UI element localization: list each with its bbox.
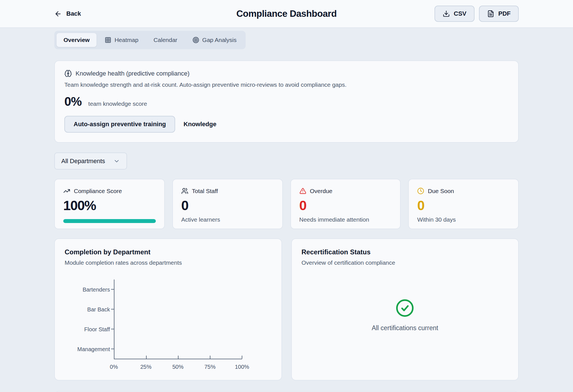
tab-gap-analysis[interactable]: Gap Analysis [185, 33, 244, 47]
top-bar: Back Compliance Dashboard CSV PDF [0, 0, 573, 28]
tab-overview-label: Overview [64, 37, 90, 43]
compliance-score-card: Compliance Score 100% [54, 179, 165, 229]
knowledge-card-description: Team knowledge strength and at-risk coun… [64, 81, 509, 88]
team-knowledge-score-value: 0% [64, 95, 82, 109]
pdf-label: PDF [498, 10, 511, 17]
stat-label: Total Staff [192, 188, 218, 194]
csv-label: CSV [454, 10, 466, 17]
stat-label: Compliance Score [74, 188, 122, 194]
pdf-export-button[interactable]: PDF [479, 6, 519, 22]
tab-calendar-label: Calendar [154, 37, 177, 43]
x-axis-tick-label: 100% [235, 364, 249, 370]
team-knowledge-score-label: team knowledge score [88, 100, 147, 107]
recert-status-text: All certifications current [372, 324, 438, 332]
y-axis-tick-label: Bar Back [87, 306, 110, 313]
recert-card-subtitle: Overview of certification compliance [302, 259, 509, 266]
back-button[interactable]: Back [54, 10, 81, 18]
total-staff-card: Total Staff 0 Active learners [172, 179, 283, 229]
tab-heatmap-label: Heatmap [114, 37, 138, 43]
compliance-progress-track [63, 219, 156, 223]
chart-x-axis-labels: 0%25%50%75%100% [114, 362, 242, 371]
completion-card-title: Completion by Department [65, 248, 272, 256]
y-axis-tick [111, 309, 114, 309]
tab-gap-analysis-label: Gap Analysis [202, 37, 237, 43]
check-circle-icon [395, 299, 414, 318]
back-label: Back [66, 10, 81, 17]
compliance-score-value: 100% [63, 199, 156, 212]
tab-overview[interactable]: Overview [57, 33, 97, 47]
knowledge-button[interactable]: Knowledge [184, 121, 216, 128]
target-icon [192, 37, 199, 43]
stats-row: Compliance Score 100% Total Staff 0 Acti… [54, 179, 519, 229]
y-axis-tick-label: Bartenders [83, 286, 110, 293]
page-title: Compliance Dashboard [236, 8, 337, 19]
recert-card-title: Recertification Status [302, 248, 509, 256]
department-filter-value: All Departments [61, 158, 105, 165]
view-tabs: Overview Heatmap Calendar Gap Analysis [54, 31, 246, 49]
brain-icon [64, 70, 72, 77]
completion-by-department-card: Completion by Department Module completi… [54, 238, 282, 381]
chart-y-axis-labels: BartendersBar BackFloor StaffManagement [65, 280, 110, 359]
csv-export-button[interactable]: CSV [435, 6, 475, 22]
tab-calendar[interactable]: Calendar [147, 33, 184, 47]
chevron-down-icon [113, 158, 120, 165]
y-axis-tick-label: Management [77, 346, 110, 353]
department-filter-select[interactable]: All Departments [54, 152, 127, 170]
due-soon-card: Due Soon 0 Within 30 days [408, 179, 519, 229]
x-axis-tick [178, 356, 179, 359]
stat-subtitle: Needs immediate attention [299, 216, 392, 223]
x-axis-tick-label: 75% [204, 364, 215, 370]
chart-plot-area [114, 280, 242, 359]
grid-icon [105, 37, 111, 43]
trending-up-icon [63, 187, 70, 194]
stat-label: Due Soon [428, 188, 454, 194]
stat-subtitle: Within 30 days [417, 216, 510, 223]
knowledge-card-title: Knowledge health (predictive compliance) [76, 70, 189, 77]
x-axis-tick-label: 50% [172, 364, 184, 370]
x-axis-tick [146, 356, 147, 359]
y-axis-tick [111, 349, 114, 349]
y-axis-tick [111, 329, 114, 329]
file-text-icon [487, 10, 494, 17]
recertification-status-card: Recertification Status Overview of certi… [291, 238, 519, 381]
y-axis-tick [111, 289, 114, 290]
tab-heatmap[interactable]: Heatmap [98, 33, 145, 47]
due-soon-value: 0 [417, 199, 510, 212]
completion-bar-chart: BartendersBar BackFloor StaffManagement … [65, 280, 272, 372]
x-axis-tick-label: 25% [140, 364, 151, 370]
y-axis-tick-label: Floor Staff [84, 326, 110, 333]
overdue-card: Overdue 0 Needs immediate attention [290, 179, 401, 229]
auto-assign-training-button[interactable]: Auto-assign preventive training [64, 116, 175, 133]
stat-subtitle: Active learners [181, 216, 274, 223]
arrow-left-icon [54, 10, 62, 18]
total-staff-value: 0 [181, 199, 274, 212]
knowledge-health-card: Knowledge health (predictive compliance)… [54, 60, 519, 143]
x-axis-tick [210, 356, 210, 359]
alert-triangle-icon [299, 187, 306, 194]
x-axis-tick [242, 356, 242, 359]
x-axis-tick-label: 0% [110, 364, 118, 370]
clock-icon [417, 187, 424, 194]
stat-label: Overdue [310, 188, 333, 194]
users-icon [181, 187, 188, 194]
completion-card-subtitle: Module completion rates across departmen… [65, 259, 272, 266]
download-icon [443, 10, 450, 17]
compliance-progress-fill [63, 219, 156, 223]
overdue-value: 0 [299, 199, 392, 212]
